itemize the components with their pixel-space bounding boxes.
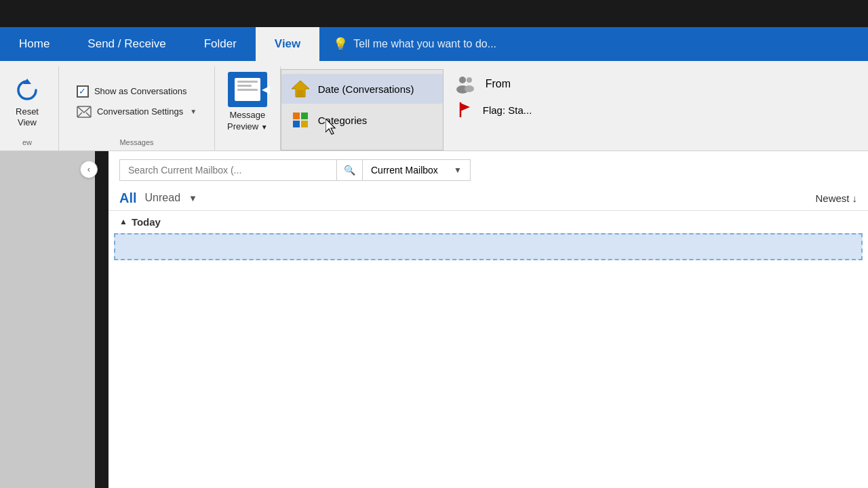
group-messages: ✓ Show as Conversations Conversation Set… xyxy=(59,66,215,150)
svg-line-2 xyxy=(77,113,82,117)
sort-date-conversations[interactable]: Date (Conversations) xyxy=(281,74,443,104)
mailbox-dropdown[interactable]: Current Mailbox ▼ xyxy=(362,159,471,181)
search-icon: 🔍 xyxy=(344,165,355,176)
reset-icon xyxy=(14,77,41,104)
tell-me-box[interactable]: 💡 Tell me what you want to do... xyxy=(319,30,510,58)
tab-view[interactable]: View xyxy=(256,27,319,61)
message-preview-btn[interactable]: ◀ MessagePreview ▼ xyxy=(222,69,273,136)
reset-view-button[interactable]: ResetView xyxy=(5,73,49,131)
today-group: ▲ Today xyxy=(108,211,868,233)
svg-point-9 xyxy=(465,85,474,92)
today-label: Today xyxy=(132,216,161,228)
filter-bar: All Unread ▼ Newest ↓ xyxy=(108,186,868,211)
sort-categories[interactable]: Categories xyxy=(281,105,443,135)
group-reset-view: ResetView ew xyxy=(0,66,59,150)
categories-icon xyxy=(290,109,311,131)
today-collapse-icon[interactable]: ▲ xyxy=(119,217,127,226)
email-list: 🔍 Current Mailbox ▼ All Unread ▼ Newest … xyxy=(108,151,868,488)
from-flag-section: From Flag: Sta... xyxy=(443,66,549,150)
message-preview-icon: ◀ xyxy=(228,72,267,107)
show-as-conversations-btn[interactable]: ✓ Show as Conversations xyxy=(71,83,202,100)
svg-point-8 xyxy=(467,77,472,83)
collapse-panel-button[interactable]: ‹ xyxy=(80,161,98,178)
from-icon xyxy=(454,75,476,94)
svg-marker-11 xyxy=(460,103,470,111)
conversation-settings-icon xyxy=(77,104,92,119)
flag-icon xyxy=(454,100,476,119)
group-preview: ◀ MessagePreview ▼ - xyxy=(215,66,281,150)
filter-all[interactable]: All xyxy=(119,190,137,206)
email-item-selected[interactable] xyxy=(114,233,863,260)
filter-dropdown-btn[interactable]: ▼ xyxy=(189,193,197,203)
tab-folder[interactable]: Folder xyxy=(185,27,256,61)
svg-point-6 xyxy=(459,77,466,83)
ribbon-content: ResetView ew ✓ Show as Conversations xyxy=(0,61,868,151)
tab-home[interactable]: Home xyxy=(0,27,68,61)
sort-newest[interactable]: Newest ↓ xyxy=(815,192,857,204)
search-button[interactable]: 🔍 xyxy=(336,159,363,181)
sort-flag-status[interactable]: Flag: Sta... xyxy=(446,98,540,122)
sort-from[interactable]: From xyxy=(446,72,540,96)
group-label-messages: Messages xyxy=(119,136,153,150)
search-bar: 🔍 Current Mailbox ▼ xyxy=(108,151,868,186)
main-area: 1 ‹ 🔍 Current Mailbox ▼ All Unread ▼ New xyxy=(0,151,868,488)
tab-send-receive[interactable]: Send / Receive xyxy=(68,27,184,61)
svg-line-3 xyxy=(86,113,91,117)
group-label-view: ew xyxy=(22,136,32,150)
dropdown-chevron-icon: ▼ xyxy=(454,165,462,175)
ribbon-tabs: Home Send / Receive Folder View 💡 Tell m… xyxy=(0,27,868,61)
chevron-left-icon: ‹ xyxy=(87,164,90,174)
dropdown-arrow-icon: ▼ xyxy=(190,108,197,115)
filter-unread[interactable]: Unread xyxy=(145,192,180,204)
search-input-wrap xyxy=(119,159,336,181)
sidebar: 1 xyxy=(0,151,95,488)
checkbox-icon: ✓ xyxy=(77,85,89,98)
conversation-settings-btn[interactable]: Conversation Settings ▼ xyxy=(71,102,202,121)
date-conversations-icon xyxy=(290,78,311,100)
lightbulb-icon: 💡 xyxy=(333,37,348,52)
svg-rect-5 xyxy=(297,90,304,97)
sort-by-panel: Date (Conversations) Categories xyxy=(281,69,443,150)
search-input[interactable] xyxy=(128,165,328,176)
top-bar xyxy=(0,0,868,27)
